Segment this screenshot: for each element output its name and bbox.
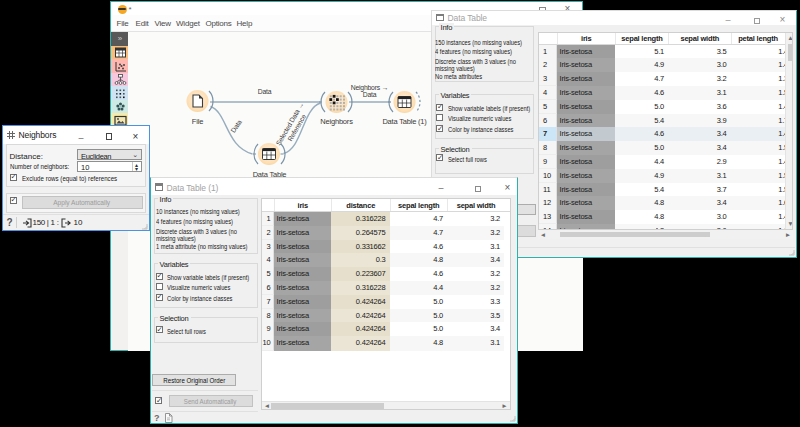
svg-text:Neighbors: Neighbors <box>320 116 353 125</box>
svg-text:Data: Data <box>258 87 272 94</box>
svg-text:Data: Data <box>363 90 377 97</box>
svg-text:Data Table (1): Data Table (1) <box>382 116 427 125</box>
svg-text:File: File <box>192 116 203 125</box>
